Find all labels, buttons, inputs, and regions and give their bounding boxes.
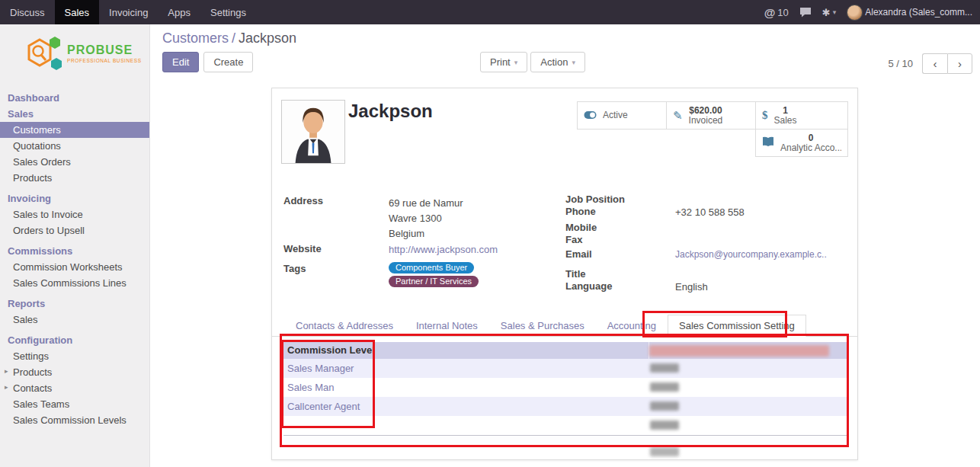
sales-stat-button[interactable]: $ 1 Sales bbox=[755, 101, 848, 130]
pager-next-button[interactable]: › bbox=[947, 53, 972, 74]
sidebar-item-config-contacts[interactable]: ▸ Contacts bbox=[0, 380, 149, 396]
sidebar-item-customers[interactable]: Customers bbox=[0, 122, 149, 138]
sidebar-item-label: Products bbox=[13, 366, 52, 378]
chat-button[interactable] bbox=[799, 7, 812, 18]
book-icon bbox=[762, 136, 774, 149]
edit-button[interactable]: Edit bbox=[162, 52, 199, 72]
caret-right-icon: ▸ bbox=[5, 383, 8, 391]
app-window: Discuss Sales Invoicing Apps Settings @ … bbox=[0, 0, 980, 467]
language-value: English bbox=[675, 281, 708, 293]
sidebar-header-reports[interactable]: Reports bbox=[0, 296, 149, 312]
sidebar-item-sales-orders[interactable]: Sales Orders bbox=[0, 154, 149, 170]
table-footer bbox=[283, 435, 847, 444]
email-label: Email bbox=[565, 248, 592, 260]
table-row[interactable]: Sales Manager bbox=[283, 359, 847, 378]
print-dropdown-button[interactable]: Print ▾ bbox=[480, 52, 527, 72]
sales-count-label: Sales bbox=[774, 116, 797, 126]
menu-invoicing[interactable]: Invoicing bbox=[99, 0, 158, 24]
sidebar-item-products[interactable]: Products bbox=[0, 170, 149, 186]
user-menu[interactable]: Alexandra (Sales_comm... bbox=[847, 5, 972, 21]
sidebar-item-sales-commissions-lines[interactable]: Sales Commissions Lines bbox=[0, 275, 149, 291]
pager-value[interactable]: 5 / 10 bbox=[888, 58, 913, 69]
messages-counter[interactable]: @ 10 bbox=[764, 6, 789, 19]
active-label: Active bbox=[603, 110, 628, 120]
probuse-logo: PROBUSE PROFESSIONAL BUSINESS bbox=[0, 24, 149, 84]
sidebar-item-orders-to-upsell[interactable]: Orders to Upsell bbox=[0, 222, 149, 238]
action-dropdown-button[interactable]: Action ▾ bbox=[530, 52, 585, 72]
email-link[interactable]: Jackpson@yourcompany.example.c.. bbox=[675, 249, 827, 260]
invoiced-label: Invoiced bbox=[689, 116, 723, 126]
sidebar-header-configuration[interactable]: Configuration bbox=[0, 332, 149, 348]
customer-photo[interactable] bbox=[281, 100, 345, 164]
redacted-cell bbox=[649, 397, 847, 416]
active-stat-button[interactable]: Active bbox=[577, 101, 667, 130]
menu-apps[interactable]: Apps bbox=[158, 0, 200, 24]
page-title: Jackpson bbox=[348, 101, 433, 122]
tab-sales-purchases[interactable]: Sales & Purchases bbox=[489, 315, 596, 337]
sidebar-header-sales[interactable]: Sales bbox=[0, 106, 149, 122]
invoiced-stat-button[interactable]: ✎ $620.00 Invoiced bbox=[666, 101, 756, 130]
main-content: Customers/Jackpson Edit Create Print ▾ A… bbox=[150, 24, 980, 467]
create-button[interactable]: Create bbox=[203, 52, 253, 72]
website-link[interactable]: http://www.jackpson.com bbox=[389, 244, 498, 255]
tab-sales-commission-setting[interactable]: Sales Commission Setting bbox=[668, 315, 806, 337]
commission-level-cell bbox=[283, 416, 649, 435]
caret-down-icon: ▾ bbox=[833, 8, 837, 16]
analytic-count-label: Analytic Acco... bbox=[780, 143, 841, 153]
tab-accounting[interactable]: Accounting bbox=[596, 315, 668, 337]
tags-list: Components Buyer Partner / IT Services bbox=[389, 262, 479, 287]
sidebar-item-reports-sales[interactable]: Sales bbox=[0, 312, 149, 328]
menu-sales[interactable]: Sales bbox=[55, 0, 100, 24]
probuse-logo-icon bbox=[23, 34, 62, 73]
chevron-right-icon: › bbox=[958, 57, 962, 70]
debug-icon: ✱ bbox=[822, 7, 831, 18]
invoiced-value: $620.00 bbox=[689, 106, 723, 116]
form-buttons: Edit Create bbox=[162, 52, 253, 72]
sidebar-header-invoicing[interactable]: Invoicing bbox=[0, 190, 149, 206]
commission-level-cell[interactable]: Callcenter Agent bbox=[283, 397, 649, 416]
caret-down-icon: ▾ bbox=[572, 59, 575, 66]
commission-level-cell[interactable]: Sales Man bbox=[283, 378, 649, 397]
sidebar-item-quotations[interactable]: Quotations bbox=[0, 138, 149, 154]
active-toggle-icon bbox=[584, 109, 597, 122]
user-name: Alexandra (Sales_comm... bbox=[865, 7, 972, 18]
sidebar-item-settings[interactable]: Settings bbox=[0, 348, 149, 364]
redacted-blur bbox=[650, 421, 679, 430]
sidebar-item-commission-worksheets[interactable]: Commission Worksheets bbox=[0, 259, 149, 275]
sidebar-item-sales-teams[interactable]: Sales Teams bbox=[0, 396, 149, 412]
tag-components-buyer: Components Buyer bbox=[389, 262, 474, 273]
menu-settings[interactable]: Settings bbox=[200, 0, 256, 24]
commission-level-cell[interactable]: Sales Manager bbox=[283, 359, 649, 378]
sidebar-item-sales-commission-levels[interactable]: Sales Commission Levels bbox=[0, 412, 149, 428]
sales-count-value: 1 bbox=[774, 106, 797, 116]
sidebar-header-commissions[interactable]: Commissions bbox=[0, 243, 149, 259]
topbar-systray: @ 10 ✱ ▾ Alexandra (Sales_comm... bbox=[764, 0, 980, 24]
logo-title: PROBUSE bbox=[67, 43, 142, 57]
message-count: 10 bbox=[777, 7, 788, 18]
action-buttons: Print ▾ Action ▾ bbox=[480, 52, 585, 72]
pager-previous-button[interactable]: ‹ bbox=[922, 53, 947, 74]
tab-internal-notes[interactable]: Internal Notes bbox=[405, 315, 489, 337]
analytic-count-value: 0 bbox=[780, 133, 841, 143]
form-sheet: Jackpson Active ✎ $620.00 Invoiced $ bbox=[271, 88, 858, 460]
caret-right-icon: ▸ bbox=[5, 367, 8, 375]
phone-value: +32 10 588 558 bbox=[675, 206, 745, 218]
tags-label: Tags bbox=[283, 263, 306, 274]
language-label: Language bbox=[565, 280, 612, 292]
phone-label: Phone bbox=[565, 206, 596, 217]
analytic-stat-button[interactable]: 0 Analytic Acco... bbox=[755, 129, 848, 157]
table-row[interactable] bbox=[283, 416, 847, 435]
debug-menu-button[interactable]: ✱ ▾ bbox=[822, 7, 836, 18]
breadcrumb-separator: / bbox=[232, 30, 235, 46]
table-row[interactable]: Sales Man bbox=[283, 378, 847, 397]
sidebar-item-sales-to-invoice[interactable]: Sales to Invoice bbox=[0, 206, 149, 222]
table-row[interactable]: Callcenter Agent bbox=[283, 397, 847, 416]
sidebar-item-config-products[interactable]: ▸ Products bbox=[0, 364, 149, 380]
breadcrumb-customers-link[interactable]: Customers bbox=[162, 30, 229, 46]
sidebar-nav: Dashboard Sales Customers Quotations Sal… bbox=[0, 90, 149, 428]
sidebar-header-dashboard[interactable]: Dashboard bbox=[0, 90, 149, 106]
tab-contacts-addresses[interactable]: Contacts & Addresses bbox=[284, 315, 405, 337]
commission-table: Commission Level Sales Manager Sales Man… bbox=[283, 342, 847, 444]
address-line-1: 69 rue de Namur bbox=[389, 196, 463, 211]
menu-discuss[interactable]: Discuss bbox=[0, 0, 55, 24]
